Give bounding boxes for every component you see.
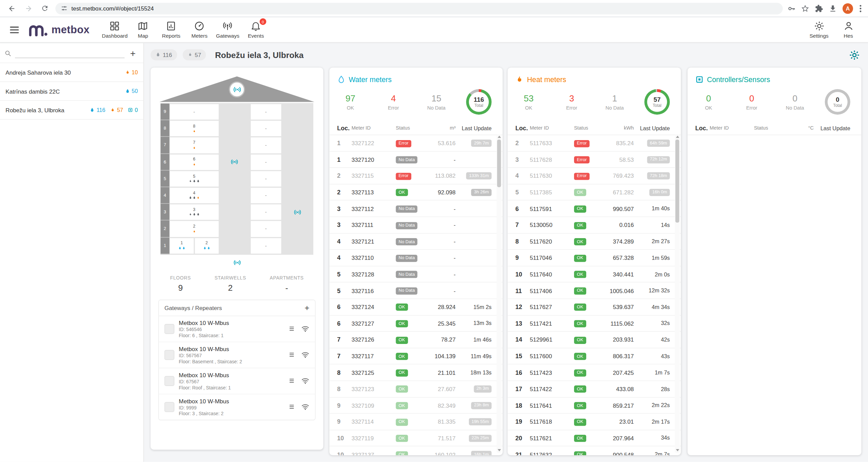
meter-row[interactable]: 14 5129961 OK 203.931 42s bbox=[508, 332, 681, 348]
meter-row[interactable]: 8 3327125 OK 21.101 18m 13s bbox=[329, 365, 502, 381]
nav-map[interactable]: Map bbox=[130, 18, 156, 41]
roof-antenna[interactable] bbox=[229, 81, 245, 97]
apartment-cell[interactable]: - bbox=[251, 205, 281, 220]
location-search-input[interactable] bbox=[15, 49, 124, 58]
meter-row[interactable]: 6 3327124 OK 28.924 15m 2s bbox=[329, 299, 502, 315]
meter-row[interactable]: 1 3327120 No Data - bbox=[329, 152, 502, 168]
browser-menu-icon[interactable] bbox=[859, 4, 862, 13]
wifi-icon[interactable] bbox=[301, 403, 309, 411]
browser-forward-button[interactable] bbox=[22, 2, 34, 15]
apartment-cell[interactable]: - bbox=[251, 238, 281, 253]
apartment-cell[interactable]: - bbox=[170, 104, 219, 120]
meter-row[interactable]: 15 5117600 OK 806.317 43s bbox=[508, 348, 681, 364]
add-location-button[interactable]: + bbox=[128, 50, 138, 57]
apartment-cell[interactable]: 5 bbox=[170, 171, 219, 187]
list-icon[interactable] bbox=[289, 403, 296, 410]
sidebar-location-item[interactable]: Robežu iela 3, Ulbroka116570 bbox=[0, 101, 143, 120]
hamburger-menu-icon[interactable] bbox=[10, 26, 19, 33]
sidebar-location-item[interactable]: Andreja Saharova iela 3010 bbox=[0, 63, 143, 82]
meter-row[interactable]: 4 5117630 Error 769.423 72h 18m bbox=[508, 168, 681, 184]
download-icon[interactable] bbox=[829, 4, 837, 12]
list-icon[interactable] bbox=[289, 351, 296, 358]
meter-row[interactable]: 2 3327113 OK 92.098 3h 26m bbox=[329, 184, 502, 200]
sidebar-location-item[interactable]: Katrīnas dambis 22C50 bbox=[0, 82, 143, 101]
meter-row[interactable]: 3 3327112 No Data - bbox=[329, 201, 502, 217]
meter-row[interactable]: 16 5117423 OK 207.425 1m 7s bbox=[508, 365, 681, 381]
nav-reports[interactable]: Reports bbox=[158, 18, 184, 41]
add-gateway-button[interactable]: + bbox=[304, 305, 309, 310]
meter-row[interactable]: 6 3327127 OK 25.345 13m 3s bbox=[329, 315, 502, 332]
meter-row[interactable]: 20 5117621 OK 207.964 34s bbox=[508, 430, 681, 446]
apartment-cell[interactable]: - bbox=[251, 188, 281, 203]
meter-row[interactable]: 6 5117591 OK 990.507 1m 40s bbox=[508, 201, 681, 217]
meter-row[interactable]: 1 3327122 Error 53.616 29h 7m bbox=[329, 135, 502, 151]
wifi-icon[interactable] bbox=[301, 377, 309, 385]
meter-row[interactable]: 9 3327114 OK 81.335 19h 55m bbox=[329, 414, 502, 430]
nav-hes[interactable]: Hes bbox=[835, 18, 862, 41]
nav-dashboard[interactable]: Dashboard bbox=[102, 18, 128, 41]
meter-row[interactable]: 5 5117385 OK 671.282 16h 0m bbox=[508, 184, 681, 200]
meter-row[interactable]: 18 5117641 OK 859.217 2m 22s bbox=[508, 397, 681, 413]
apartment-cell[interactable]: 2 bbox=[170, 221, 219, 237]
meter-row[interactable]: 10 3327119 OK 71.517 22h 25m bbox=[329, 430, 502, 446]
meter-row[interactable]: 21 5117632 OK 900.548 2m 7s bbox=[508, 446, 681, 455]
nav-gateways[interactable]: Gateways bbox=[215, 18, 241, 41]
meter-row[interactable]: 8 3327123 OK 27.607 2h 3m bbox=[329, 381, 502, 397]
gateway-item[interactable]: Metbox 10 W-Mbus ID: 546546 Floor: 6 , S… bbox=[159, 316, 315, 342]
apartment-cell[interactable]: 3 bbox=[170, 205, 219, 220]
meter-row[interactable]: 2 5117633 Error 835.24 64h 59m bbox=[508, 135, 681, 151]
list-icon[interactable] bbox=[289, 325, 296, 332]
meter-row[interactable]: 8 5117620 OK 374.289 2m 27s bbox=[508, 233, 681, 250]
browser-reload-button[interactable] bbox=[39, 2, 51, 15]
meter-row[interactable]: 10 3327137 OK 160.102 16h 1m bbox=[329, 446, 502, 455]
apartment-cell[interactable]: 4 bbox=[170, 188, 219, 203]
apartment-cell[interactable]: - bbox=[251, 121, 281, 136]
gateway-item[interactable]: Metbox 10 W-Mbus ID: 67567 Floor: Roof ,… bbox=[159, 368, 315, 394]
meter-row[interactable]: 5 3327116 No Data - bbox=[329, 283, 502, 299]
meter-row[interactable]: 10 5117640 OK 340.441 2m 0s bbox=[508, 266, 681, 283]
meter-row[interactable]: 3 3327111 No Data - bbox=[329, 217, 502, 233]
meter-row[interactable]: 11 5117406 OK 1005.046 12m 32s bbox=[508, 283, 681, 299]
extensions-puzzle-icon[interactable] bbox=[815, 4, 823, 12]
meter-row[interactable]: 9 5117046 OK 657.328 1m 59s bbox=[508, 250, 681, 266]
meter-row[interactable]: 7 3327117 OK 104.139 11m 49s bbox=[329, 348, 502, 364]
meter-row[interactable]: 4 3327121 No Data - bbox=[329, 233, 502, 250]
meter-row[interactable]: 13 5117421 OK 1115.062 32s bbox=[508, 315, 681, 332]
basement-antenna[interactable] bbox=[158, 258, 316, 268]
apartment-cell[interactable]: 8 bbox=[170, 121, 219, 136]
metbox-logo[interactable]: metbox bbox=[28, 22, 90, 37]
table-scrollbar[interactable] bbox=[675, 134, 680, 453]
meter-row[interactable]: 3 5117628 Error 58.53 72h 12m bbox=[508, 152, 681, 168]
apartment-cell[interactable]: 2 bbox=[195, 238, 218, 253]
password-key-icon[interactable] bbox=[787, 4, 795, 12]
nav-meters[interactable]: Meters bbox=[186, 18, 213, 41]
apartment-cell[interactable]: 6 bbox=[170, 154, 219, 170]
apartment-cell[interactable]: 7 bbox=[170, 138, 219, 153]
wifi-icon[interactable] bbox=[301, 325, 309, 333]
apartment-cell[interactable]: - bbox=[251, 154, 281, 170]
browser-back-button[interactable] bbox=[5, 2, 18, 15]
meter-row[interactable]: 17 5117422 OK 433.08 28s bbox=[508, 381, 681, 397]
meter-row[interactable]: 7 5130050 OK 0.016 14s bbox=[508, 217, 681, 233]
apartment-cell[interactable]: - bbox=[251, 138, 281, 153]
wifi-icon[interactable] bbox=[301, 351, 309, 359]
apartment-cell[interactable]: - bbox=[251, 221, 281, 237]
bookmark-star-icon[interactable] bbox=[801, 4, 809, 12]
apartment-cell[interactable]: - bbox=[251, 171, 281, 187]
meter-row[interactable]: 2 3327115 Error 113.082 133h 31m bbox=[329, 168, 502, 184]
nav-settings[interactable]: Settings bbox=[806, 18, 832, 41]
apartment-cell[interactable]: - bbox=[251, 104, 281, 120]
meter-row[interactable]: 4 3327110 No Data - bbox=[329, 250, 502, 266]
browser-avatar[interactable]: A bbox=[843, 3, 853, 14]
gateway-item[interactable]: Metbox 10 W-Mbus ID: 9999 Floor: 3 , Sta… bbox=[159, 394, 315, 420]
gateway-item[interactable]: Metbox 10 W-Mbus ID: 567567 Floor: Basem… bbox=[159, 342, 315, 368]
site-settings-icon[interactable] bbox=[61, 5, 68, 12]
meter-row[interactable]: 5 3327128 No Data - bbox=[329, 266, 502, 283]
table-scrollbar[interactable] bbox=[496, 134, 501, 453]
apartment-cell[interactable]: 1 bbox=[170, 238, 194, 253]
meter-row[interactable]: 19 5117618 OK 23.01 2m 17s bbox=[508, 414, 681, 430]
meter-row[interactable]: 9 3327109 OK 82.349 23h 8m bbox=[329, 397, 502, 413]
address-bar[interactable]: test.metbox.com/#/object/15524 bbox=[55, 2, 783, 14]
meter-row[interactable]: 7 3327126 OK 78.27 1m 46s bbox=[329, 332, 502, 348]
object-settings-gear-icon[interactable] bbox=[849, 49, 860, 60]
